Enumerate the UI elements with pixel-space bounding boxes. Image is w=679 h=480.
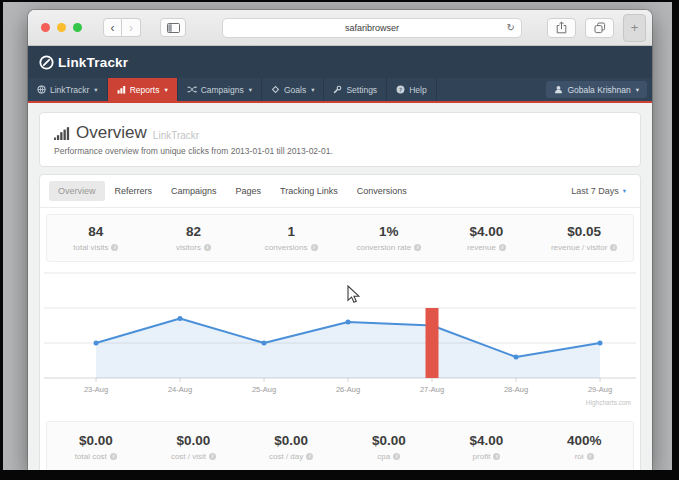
window-minimize-button[interactable] [57, 23, 66, 32]
info-icon[interactable]: i [209, 453, 216, 460]
tab-conversions[interactable]: Conversions [348, 181, 416, 201]
main-nav: LinkTrackr▾Reports▾Campaigns▾Goals▾Setti… [28, 78, 652, 103]
reload-icon[interactable]: ↻ [507, 23, 515, 33]
window-zoom-button[interactable] [73, 23, 82, 32]
nav-item-label: Help [409, 85, 426, 95]
stat-total-cost: $0.00total costi [47, 433, 145, 461]
tab-tracking-links[interactable]: Tracking Links [271, 181, 347, 201]
stat-label: total cost [75, 452, 107, 461]
share-button[interactable] [547, 18, 576, 38]
overview-card: OverviewReferrersCampaignsPagesTracking … [39, 174, 641, 470]
link-logo-icon [38, 54, 55, 71]
site-header: LinkTrackr [28, 46, 652, 78]
page-title: Overview [76, 123, 147, 143]
info-icon[interactable]: i [204, 244, 211, 251]
info-icon[interactable]: i [311, 244, 318, 251]
stat-cpa: $0.00cpai [340, 433, 438, 461]
user-icon [554, 85, 563, 94]
new-tab-button[interactable]: + [623, 14, 646, 42]
browser-toolbar: ‹ › safaribrowser ↻ + [28, 10, 652, 46]
page-title-suffix: LinkTrackr [153, 130, 199, 141]
info-icon[interactable]: i [306, 453, 313, 460]
show-tabs-button[interactable] [585, 18, 614, 38]
highcharts-credit[interactable]: Highcharts.com [586, 399, 631, 406]
stat-label: cpa [377, 452, 390, 461]
user-menu-button[interactable]: Gobala Krishnan ▾ [546, 81, 647, 98]
stats-bottom: $0.00total costi$0.00cost / visiti$0.00c… [46, 421, 634, 470]
stat-label: revenue / visitor [551, 243, 607, 252]
linktrackr-logo[interactable]: LinkTrackr [38, 54, 128, 71]
stat-conversion-rate: 1%conversion ratei [340, 224, 438, 252]
info-icon[interactable]: i [499, 244, 506, 251]
stat-conversions: 1conversionsi [242, 224, 340, 252]
toolbar-right: + [547, 14, 646, 42]
caret-down-icon: ▾ [164, 86, 167, 94]
stat-value: $4.00 [438, 433, 536, 448]
stat-visitors: 82visitorsi [145, 224, 243, 252]
caret-down-icon: ▾ [636, 86, 639, 94]
nav-item-linktrackr[interactable]: LinkTrackr▾ [28, 78, 108, 101]
stat-value: $0.00 [340, 433, 438, 448]
stat-value: 1 [242, 224, 340, 239]
nav-item-label: Settings [346, 85, 377, 95]
stat-label: total visits [73, 243, 108, 252]
share-icon [556, 21, 567, 34]
info-icon[interactable]: i [111, 244, 118, 251]
svg-text:?: ? [399, 87, 402, 93]
info-icon[interactable]: i [610, 244, 617, 251]
back-button[interactable]: ‹ [103, 18, 122, 37]
globe-icon [37, 85, 46, 94]
nav-item-label: Reports [130, 85, 160, 95]
tab-pages[interactable]: Pages [227, 181, 271, 201]
stat-label: cost / day [269, 452, 303, 461]
stat-cost-visit: $0.00cost / visiti [145, 433, 243, 461]
overview-area-chart[interactable]: 23-Aug24-Aug25-Aug26-Aug27-Aug28-Aug29-A… [40, 272, 640, 404]
stat-total-visits: 84total visitsi [47, 224, 145, 252]
sidebar-toggle-button[interactable] [160, 18, 186, 37]
title-card: Overview LinkTrackr Performance overview… [39, 112, 641, 167]
info-icon[interactable]: i [493, 453, 500, 460]
tabs-row: OverviewReferrersCampaignsPagesTracking … [40, 175, 640, 208]
user-name: Gobala Krishnan [567, 85, 630, 95]
date-range-dropdown[interactable]: Last 7 Days ▾ [571, 186, 631, 196]
chart-section[interactable]: 23-Aug24-Aug25-Aug26-Aug27-Aug28-Aug29-A… [40, 262, 640, 414]
stat-label: profit [473, 452, 491, 461]
bar-chart-icon [117, 85, 126, 94]
shuffle-icon [187, 85, 197, 94]
tab-overview[interactable]: Overview [49, 181, 105, 201]
svg-text:27-Aug: 27-Aug [420, 385, 444, 394]
stat-label: revenue [467, 243, 496, 252]
stat-label: cost / visit [171, 452, 206, 461]
info-icon[interactable]: i [414, 244, 421, 251]
stat-value: 82 [145, 224, 243, 239]
info-icon[interactable]: i [587, 453, 594, 460]
caret-down-icon: ▾ [94, 86, 97, 94]
svg-text:28-Aug: 28-Aug [504, 385, 528, 394]
window-controls [41, 23, 82, 32]
nav-item-campaigns[interactable]: Campaigns▾ [178, 78, 262, 101]
info-icon[interactable]: i [393, 453, 400, 460]
nav-item-goals[interactable]: Goals▾ [262, 78, 324, 101]
stat-roi: 400%roii [535, 433, 633, 461]
svg-text:29-Aug: 29-Aug [588, 385, 612, 394]
safari-window: ‹ › safaribrowser ↻ + [28, 10, 652, 470]
desktop-background: ‹ › safaribrowser ↻ + [3, 2, 672, 470]
forward-button[interactable]: › [122, 18, 141, 37]
logo-text: LinkTrackr [58, 55, 128, 70]
stat-label: conversions [265, 243, 308, 252]
wrench-icon [333, 85, 342, 94]
nav-item-help[interactable]: ?Help [387, 78, 436, 101]
tab-campaigns[interactable]: Campaigns [162, 181, 226, 201]
window-close-button[interactable] [41, 23, 50, 32]
svg-text:23-Aug: 23-Aug [84, 385, 108, 394]
stat-value: $0.00 [145, 433, 243, 448]
page-content: Overview LinkTrackr Performance overview… [28, 103, 652, 470]
address-bar[interactable]: safaribrowser ↻ [222, 18, 522, 38]
stat-value: $0.05 [535, 224, 633, 239]
stat-cost-day: $0.00cost / dayi [242, 433, 340, 461]
nav-item-settings[interactable]: Settings [324, 78, 387, 101]
nav-item-reports[interactable]: Reports▾ [108, 78, 178, 101]
tab-referrers[interactable]: Referrers [106, 181, 162, 201]
info-icon[interactable]: i [110, 453, 117, 460]
nav-item-label: Campaigns [201, 85, 244, 95]
